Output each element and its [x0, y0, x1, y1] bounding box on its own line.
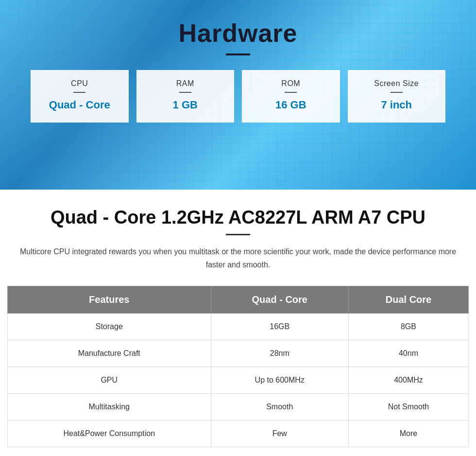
table-header-dual: Dual Core [348, 286, 468, 313]
table-cell-dual: More [348, 420, 468, 447]
table-header-features: Features [8, 286, 211, 313]
table-cell-quad: 28nm [211, 340, 348, 367]
spec-screen-value: 7 inch [358, 99, 436, 111]
spec-screen-divider [391, 92, 403, 93]
table-header-quad: Quad - Core [211, 286, 348, 313]
hero-section: Hardware CPU Quad - Core RAM 1 GB ROM 16… [0, 0, 476, 190]
table-header-row: Features Quad - Core Dual Core [8, 286, 469, 313]
table-cell-feature: Storage [8, 313, 211, 340]
table-cell-dual: 40nm [348, 340, 468, 367]
table-cell-quad: Few [211, 420, 348, 447]
spec-ram-label: RAM [147, 79, 224, 88]
table-row: Manufacture Craft28nm40nm [8, 340, 469, 367]
table-cell-quad: Up to 600MHz [211, 367, 348, 393]
product-title: Quad - Core 1.2GHz AC8227L ARM A7 CPU [7, 207, 469, 229]
spec-cpu-label: CPU [41, 79, 119, 88]
spec-ram-divider [179, 92, 191, 93]
spec-rom-divider [285, 92, 297, 93]
spec-rom-label: ROM [252, 79, 330, 88]
table-cell-dual: 400MHz [348, 367, 468, 393]
table-cell-feature: GPU [8, 367, 211, 393]
spec-screen-label: Screen Size [358, 79, 436, 88]
content-section: Quad - Core 1.2GHz AC8227L ARM A7 CPU Mu… [0, 190, 476, 456]
spec-card-ram: RAM 1 GB [136, 70, 235, 123]
table-cell-feature: Multitasking [8, 393, 211, 420]
table-row: GPUUp to 600MHz400MHz [8, 367, 469, 393]
hero-title: Hardware [179, 18, 298, 48]
table-cell-quad: Smooth [211, 393, 348, 420]
table-row: Storage16GB8GB [8, 313, 469, 340]
table-row: MultitaskingSmoothNot Smooth [8, 393, 469, 420]
hero-title-divider [226, 53, 250, 55]
spec-cpu-value: Quad - Core [41, 99, 119, 111]
spec-card-cpu: CPU Quad - Core [31, 70, 129, 123]
comparison-table: Features Quad - Core Dual Core Storage16… [7, 286, 469, 447]
spec-ram-value: 1 GB [147, 99, 224, 111]
spec-cpu-divider [73, 92, 85, 93]
spec-cards-container: CPU Quad - Core RAM 1 GB ROM 16 GB Scree… [27, 70, 449, 123]
product-title-divider [226, 234, 250, 235]
spec-rom-value: 16 GB [252, 99, 330, 111]
table-cell-quad: 16GB [211, 313, 348, 340]
spec-card-rom: ROM 16 GB [242, 70, 340, 123]
table-cell-dual: Not Smooth [348, 393, 468, 420]
table-row: Heat&Power ConsumptionFewMore [8, 420, 469, 447]
table-cell-feature: Manufacture Craft [8, 340, 211, 367]
table-cell-feature: Heat&Power Consumption [8, 420, 211, 447]
spec-card-screen: Screen Size 7 inch [348, 70, 446, 123]
product-description: Multicore CPU integrated rewards you whe… [15, 245, 461, 271]
table-cell-dual: 8GB [348, 313, 468, 340]
